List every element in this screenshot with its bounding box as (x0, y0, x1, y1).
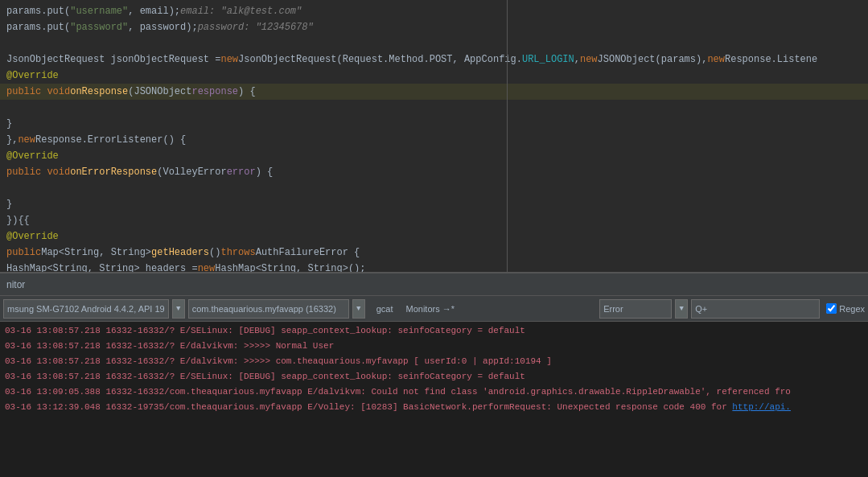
toolbar-row: msung SM-G7102 Android 4.4.2, API 19 ▼ c… (0, 296, 868, 322)
code-line: params.put("password", password); passwo… (0, 19, 868, 35)
process-dropdown-arrow[interactable]: ▼ (352, 299, 365, 319)
code-line: } (0, 116, 868, 132)
process-selector[interactable]: com.theaquarious.myfavapp (16332) (188, 299, 349, 319)
process-label: com.theaquarious.myfavapp (16332) (192, 304, 336, 314)
filter-dropdown-arrow[interactable]: ▼ (675, 299, 688, 319)
monitor-title: nitor (6, 279, 25, 290)
code-divider (507, 0, 508, 273)
search-placeholder: Q+ (695, 304, 707, 314)
monitor-header: nitor (0, 273, 868, 296)
code-line (0, 100, 868, 116)
code-line: }){{ (0, 212, 868, 228)
code-line: }, new Response.ErrorListener() { (0, 132, 868, 148)
log-line: 03-16 13:08:57.218 16332-16332/? E/SELin… (0, 369, 868, 384)
device-dropdown-arrow[interactable]: ▼ (172, 299, 185, 319)
log-output: 03-16 13:08:57.218 16332-16332/? E/SELin… (0, 322, 868, 477)
code-line: } (0, 196, 868, 212)
code-line (0, 35, 868, 51)
search-box[interactable]: Q+ (691, 299, 820, 319)
filter-label: Error (603, 304, 623, 314)
code-line: @Override (0, 68, 868, 84)
device-label: msung SM-G7102 Android 4.4.2, API 19 (7, 304, 165, 314)
code-line: params.put("username", email); email: "a… (0, 3, 868, 19)
log-line: 03-16 13:08:57.218 16332-16332/? E/dalvi… (0, 354, 868, 369)
code-line (0, 180, 868, 196)
code-line: public void onResponse(JSONObject respon… (0, 84, 868, 100)
code-line: @Override (0, 228, 868, 245)
code-lines: params.put("username", email); email: "a… (0, 3, 868, 273)
log-tabs: gcat Monitors →* (372, 302, 459, 315)
monitor-area: nitor msung SM-G7102 Android 4.4.2, API … (0, 273, 868, 477)
code-line: public Map<String, String> getHeaders() … (0, 245, 868, 261)
code-line: JsonObjectRequest jsonObjectRequest = ne… (0, 51, 868, 68)
regex-checkbox[interactable] (826, 303, 837, 314)
code-line: @Override (0, 148, 868, 164)
logcat-tab[interactable]: gcat (372, 302, 398, 315)
log-line: 03-16 13:08:57.218 16332-16332/? E/dalvi… (0, 339, 868, 354)
monitors-tab[interactable]: Monitors →* (401, 302, 459, 315)
code-line: HashMap<String, String> headers = new Ha… (0, 261, 868, 273)
filter-select[interactable]: Error (599, 299, 672, 319)
monitors-tab-suffix: →* (442, 304, 455, 314)
log-line: 03-16 13:12:39.048 16332-19735/com.theaq… (0, 400, 868, 415)
log-line: 03-16 13:08:57.218 16332-16332/? E/SELin… (0, 323, 868, 339)
device-selector[interactable]: msung SM-G7102 Android 4.4.2, API 19 (3, 299, 169, 319)
log-lines: 03-16 13:08:57.218 16332-16332/? E/SELin… (0, 323, 868, 415)
code-editor: params.put("username", email); email: "a… (0, 0, 868, 273)
regex-label: Regex (839, 304, 865, 314)
log-link[interactable]: http://api. (732, 402, 791, 412)
code-line: public void onErrorResponse(VolleyError … (0, 164, 868, 180)
log-line: 03-16 13:09:05.388 16332-16332/com.theaq… (0, 384, 868, 400)
main-container: params.put("username", email); email: "a… (0, 0, 868, 477)
